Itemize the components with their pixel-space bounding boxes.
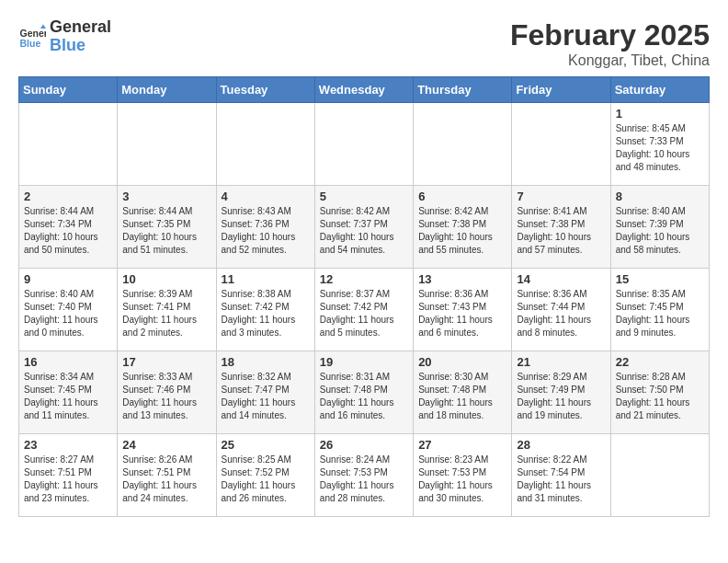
table-row: 13Sunrise: 8:36 AM Sunset: 7:43 PM Dayli… <box>414 269 512 351</box>
table-row: 10Sunrise: 8:39 AM Sunset: 7:41 PM Dayli… <box>118 269 216 351</box>
day-info: Sunrise: 8:32 AM Sunset: 7:47 PM Dayligh… <box>222 371 310 422</box>
day-number: 5 <box>320 190 408 203</box>
table-row: 3Sunrise: 8:44 AM Sunset: 7:35 PM Daylig… <box>118 186 216 269</box>
day-number: 11 <box>222 272 310 286</box>
day-info: Sunrise: 8:31 AM Sunset: 7:48 PM Dayligh… <box>320 371 408 422</box>
day-number: 8 <box>616 190 704 203</box>
table-row <box>610 434 709 517</box>
day-number: 22 <box>616 355 704 369</box>
day-info: Sunrise: 8:44 AM Sunset: 7:34 PM Dayligh… <box>24 205 112 257</box>
logo-icon: General Blue <box>18 23 46 51</box>
header-tuesday: Tuesday <box>216 77 314 103</box>
table-row: 2Sunrise: 8:44 AM Sunset: 7:34 PM Daylig… <box>19 186 118 269</box>
day-info: Sunrise: 8:24 AM Sunset: 7:53 PM Dayligh… <box>320 454 408 505</box>
table-row: 16Sunrise: 8:34 AM Sunset: 7:45 PM Dayli… <box>19 351 118 434</box>
day-info: Sunrise: 8:26 AM Sunset: 7:51 PM Dayligh… <box>122 454 210 505</box>
header-sunday: Sunday <box>19 77 118 103</box>
day-info: Sunrise: 8:37 AM Sunset: 7:42 PM Dayligh… <box>320 288 408 339</box>
day-info: Sunrise: 8:44 AM Sunset: 7:35 PM Dayligh… <box>122 205 210 257</box>
table-row <box>314 103 413 186</box>
day-number: 1 <box>616 107 704 121</box>
location-subtitle: Konggar, Tibet, China <box>510 52 710 69</box>
day-info: Sunrise: 8:36 AM Sunset: 7:44 PM Dayligh… <box>517 288 605 339</box>
table-row: 17Sunrise: 8:33 AM Sunset: 7:46 PM Dayli… <box>118 351 216 434</box>
table-row: 14Sunrise: 8:36 AM Sunset: 7:44 PM Dayli… <box>512 269 610 351</box>
day-info: Sunrise: 8:22 AM Sunset: 7:54 PM Dayligh… <box>517 454 605 505</box>
day-number: 26 <box>320 438 408 452</box>
day-info: Sunrise: 8:34 AM Sunset: 7:45 PM Dayligh… <box>24 371 112 422</box>
day-number: 20 <box>418 355 506 369</box>
table-row: 11Sunrise: 8:38 AM Sunset: 7:42 PM Dayli… <box>216 269 314 351</box>
title-block: February 2025 Konggar, Tibet, China <box>510 18 710 69</box>
table-row: 6Sunrise: 8:42 AM Sunset: 7:38 PM Daylig… <box>414 186 512 269</box>
day-info: Sunrise: 8:25 AM Sunset: 7:52 PM Dayligh… <box>222 454 310 505</box>
day-info: Sunrise: 8:36 AM Sunset: 7:43 PM Dayligh… <box>418 288 506 339</box>
table-row: 22Sunrise: 8:28 AM Sunset: 7:50 PM Dayli… <box>610 351 709 434</box>
svg-text:Blue: Blue <box>20 37 41 48</box>
day-number: 28 <box>517 438 605 452</box>
table-row: 9Sunrise: 8:40 AM Sunset: 7:40 PM Daylig… <box>19 269 118 351</box>
day-number: 19 <box>320 355 408 369</box>
table-row: 23Sunrise: 8:27 AM Sunset: 7:51 PM Dayli… <box>19 434 118 517</box>
day-info: Sunrise: 8:29 AM Sunset: 7:49 PM Dayligh… <box>517 371 605 422</box>
day-number: 21 <box>517 355 605 369</box>
day-info: Sunrise: 8:35 AM Sunset: 7:45 PM Dayligh… <box>616 288 704 339</box>
table-row <box>19 103 118 186</box>
day-number: 4 <box>222 190 310 203</box>
calendar-week-row: 2Sunrise: 8:44 AM Sunset: 7:34 PM Daylig… <box>19 186 710 269</box>
day-info: Sunrise: 8:40 AM Sunset: 7:39 PM Dayligh… <box>616 205 704 257</box>
table-row: 7Sunrise: 8:41 AM Sunset: 7:38 PM Daylig… <box>512 186 610 269</box>
table-row: 24Sunrise: 8:26 AM Sunset: 7:51 PM Dayli… <box>118 434 216 517</box>
day-info: Sunrise: 8:39 AM Sunset: 7:41 PM Dayligh… <box>122 288 210 339</box>
table-row <box>118 103 216 186</box>
day-info: Sunrise: 8:33 AM Sunset: 7:46 PM Dayligh… <box>122 371 210 422</box>
day-info: Sunrise: 8:45 AM Sunset: 7:33 PM Dayligh… <box>616 122 704 174</box>
header-thursday: Thursday <box>414 77 512 103</box>
calendar-week-row: 23Sunrise: 8:27 AM Sunset: 7:51 PM Dayli… <box>19 434 710 517</box>
day-number: 24 <box>122 438 210 452</box>
table-row: 1Sunrise: 8:45 AM Sunset: 7:33 PM Daylig… <box>610 103 709 186</box>
day-info: Sunrise: 8:30 AM Sunset: 7:48 PM Dayligh… <box>418 371 506 422</box>
day-info: Sunrise: 8:42 AM Sunset: 7:37 PM Dayligh… <box>320 205 408 257</box>
day-number: 23 <box>24 438 112 452</box>
day-info: Sunrise: 8:40 AM Sunset: 7:40 PM Dayligh… <box>24 288 112 339</box>
day-info: Sunrise: 8:42 AM Sunset: 7:38 PM Dayligh… <box>418 205 506 257</box>
day-number: 18 <box>222 355 310 369</box>
table-row <box>216 103 314 186</box>
day-number: 7 <box>517 190 605 203</box>
table-row: 27Sunrise: 8:23 AM Sunset: 7:53 PM Dayli… <box>414 434 512 517</box>
table-row: 26Sunrise: 8:24 AM Sunset: 7:53 PM Dayli… <box>314 434 413 517</box>
day-info: Sunrise: 8:43 AM Sunset: 7:36 PM Dayligh… <box>222 205 310 257</box>
table-row: 12Sunrise: 8:37 AM Sunset: 7:42 PM Dayli… <box>314 269 413 351</box>
table-row: 8Sunrise: 8:40 AM Sunset: 7:39 PM Daylig… <box>610 186 709 269</box>
header-saturday: Saturday <box>610 77 709 103</box>
day-number: 14 <box>517 272 605 286</box>
day-info: Sunrise: 8:23 AM Sunset: 7:53 PM Dayligh… <box>418 454 506 505</box>
day-info: Sunrise: 8:27 AM Sunset: 7:51 PM Dayligh… <box>24 454 112 505</box>
day-info: Sunrise: 8:41 AM Sunset: 7:38 PM Dayligh… <box>517 205 605 257</box>
weekday-header-row: Sunday Monday Tuesday Wednesday Thursday… <box>19 77 710 103</box>
table-row: 18Sunrise: 8:32 AM Sunset: 7:47 PM Dayli… <box>216 351 314 434</box>
logo: General Blue General Blue <box>18 18 111 55</box>
page-header: General Blue General Blue February 2025 … <box>18 18 710 69</box>
month-title: February 2025 <box>510 18 710 52</box>
day-info: Sunrise: 8:28 AM Sunset: 7:50 PM Dayligh… <box>616 371 704 422</box>
day-number: 10 <box>122 272 210 286</box>
day-info: Sunrise: 8:38 AM Sunset: 7:42 PM Dayligh… <box>222 288 310 339</box>
calendar-week-row: 1Sunrise: 8:45 AM Sunset: 7:33 PM Daylig… <box>19 103 710 186</box>
day-number: 16 <box>24 355 112 369</box>
day-number: 9 <box>24 272 112 286</box>
day-number: 2 <box>24 190 112 203</box>
table-row: 21Sunrise: 8:29 AM Sunset: 7:49 PM Dayli… <box>512 351 610 434</box>
table-row: 20Sunrise: 8:30 AM Sunset: 7:48 PM Dayli… <box>414 351 512 434</box>
calendar-week-row: 16Sunrise: 8:34 AM Sunset: 7:45 PM Dayli… <box>19 351 710 434</box>
day-number: 15 <box>616 272 704 286</box>
day-number: 27 <box>418 438 506 452</box>
table-row <box>512 103 610 186</box>
day-number: 12 <box>320 272 408 286</box>
table-row: 19Sunrise: 8:31 AM Sunset: 7:48 PM Dayli… <box>314 351 413 434</box>
header-friday: Friday <box>512 77 610 103</box>
table-row <box>414 103 512 186</box>
calendar-table: Sunday Monday Tuesday Wednesday Thursday… <box>18 76 710 517</box>
table-row: 28Sunrise: 8:22 AM Sunset: 7:54 PM Dayli… <box>512 434 610 517</box>
